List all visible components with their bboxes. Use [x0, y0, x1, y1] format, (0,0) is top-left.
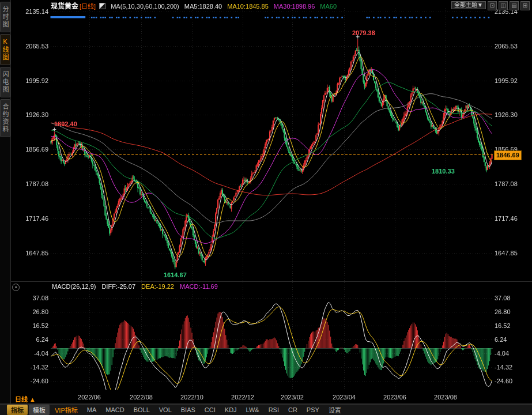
ma5-value: MA5:1828.40: [184, 3, 222, 10]
sidebar-tab-contract-info[interactable]: 合约资料: [0, 99, 10, 137]
sidebar-tab-candle-chart[interactable]: K线图: [0, 34, 10, 65]
symbol-name: 现货黄金: [51, 2, 78, 10]
trading-app-window: 2135.142135.142065.532065.531995.921995.…: [0, 0, 532, 415]
macd-macd-value: MACD:-11.69: [180, 283, 218, 290]
indicator-tab-bar: 指标 模板 VIP指标 MA MACD BOLL VOL BIAS CCI KD…: [0, 404, 532, 415]
period-selector[interactable]: 日线 ▲: [15, 394, 36, 403]
bottom-tab-macd[interactable]: MACD: [101, 406, 128, 414]
ma10-value: MA10:1845.85: [227, 3, 269, 10]
sidebar-tab-time-chart[interactable]: 分时图: [0, 2, 10, 32]
bottom-tab-ma[interactable]: MA: [83, 406, 101, 414]
ma60-value: MA60: [320, 3, 337, 10]
bottom-tab-cci[interactable]: CCI: [201, 406, 220, 414]
bottom-tab-vip-indicators[interactable]: VIP指标: [51, 405, 82, 415]
bottom-tab-templates[interactable]: 模板: [29, 405, 50, 415]
layout-single-icon[interactable]: ⊡: [488, 1, 497, 10]
bottom-tab-kdj[interactable]: KDJ: [221, 406, 241, 414]
bottom-tab-psy[interactable]: PSY: [303, 406, 323, 414]
bottom-tab-bias[interactable]: BIAS: [177, 406, 199, 414]
chart-header: 现货黄金[日线]MA(5,10,30,60,100,200)MA5:1828.4…: [51, 1, 342, 9]
macd-indicator-header: MACD(26,12,9)DIFF:-25.07DEA:-19.22MACD:-…: [52, 283, 224, 290]
chart-toolbar: 全部主题▼ ⊡ ◫ ▤ ⊞: [451, 1, 530, 10]
ma-indicator-icon: [99, 3, 105, 9]
macd-dea-value: DEA:-19.22: [141, 283, 174, 290]
bottom-tab-cr[interactable]: CR: [284, 406, 301, 414]
period-tag: [日线]: [80, 3, 96, 10]
bottom-tab-boll[interactable]: BOLL: [130, 406, 154, 414]
sidebar-tab-lightning-chart[interactable]: 闪电图: [0, 67, 10, 97]
macd-title: MACD(26,12,9): [52, 283, 96, 290]
layout-grid-icon[interactable]: ⊞: [520, 1, 530, 10]
bottom-tab-rsi[interactable]: RSI: [265, 406, 283, 414]
bottom-tab-settings[interactable]: 设置: [325, 405, 345, 415]
ma-group-label: MA(5,10,30,60,100,200): [111, 3, 179, 10]
indicator-settings-icon[interactable]: ●: [12, 284, 20, 291]
chart-type-sidebar: 分时图 K线图 闪电图 合约资料: [0, 0, 11, 403]
layout-rows-icon[interactable]: ▤: [510, 1, 519, 10]
ma30-value: MA30:1898.96: [274, 3, 315, 10]
macd-diff-value: DIFF:-25.07: [101, 283, 135, 290]
bottom-tab-lw[interactable]: LW&: [242, 406, 263, 414]
chart-canvas[interactable]: [0, 0, 532, 415]
bottom-tab-indicators[interactable]: 指标: [7, 405, 28, 415]
theme-selector-button[interactable]: 全部主题▼: [451, 1, 486, 9]
bottom-tab-vol[interactable]: VOL: [155, 406, 176, 414]
layout-columns-icon[interactable]: ◫: [499, 1, 508, 10]
